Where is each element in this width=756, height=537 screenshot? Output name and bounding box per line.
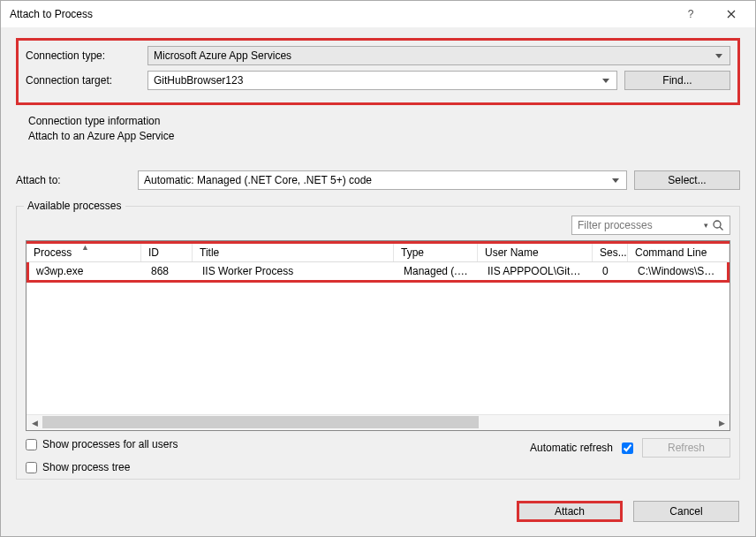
attach-to-process-dialog: Attach to Process ? Connection type: Mic… xyxy=(0,0,756,537)
filter-placeholder: Filter processes xyxy=(578,219,653,231)
table-header: Process▲ ID Title Type User Name Ses... … xyxy=(26,241,730,262)
connection-type-value: Microsoft Azure App Services xyxy=(154,49,291,62)
cell-user: IIS APPPOOL\GitHub... xyxy=(480,265,595,277)
select-button[interactable]: Select... xyxy=(634,170,740,190)
cell-id: 868 xyxy=(144,265,195,277)
scroll-left-icon[interactable]: ◀ xyxy=(26,415,42,430)
process-table: Process▲ ID Title Type User Name Ses... … xyxy=(26,240,730,431)
svg-point-0 xyxy=(714,221,721,228)
cell-title: IIS Worker Process xyxy=(195,265,397,277)
connection-target-value: GitHubBrowser123 xyxy=(154,74,243,87)
auto-refresh-checkbox[interactable] xyxy=(622,442,633,454)
available-processes-legend: Available processes xyxy=(24,200,125,212)
connection-info: Connection type information Attach to an… xyxy=(28,114,740,144)
col-user[interactable]: User Name xyxy=(478,244,593,261)
connection-highlight: Connection type: Microsoft Azure App Ser… xyxy=(16,38,740,105)
table-row[interactable]: w3wp.exe 868 IIS Worker Process Managed … xyxy=(26,262,730,283)
show-all-users-checkbox[interactable] xyxy=(26,439,37,450)
info-line1: Connection type information xyxy=(28,114,740,129)
attach-to-value: Automatic: Managed (.NET Core, .NET 5+) … xyxy=(144,174,372,186)
show-process-tree-label: Show process tree xyxy=(42,461,130,473)
attach-to-field[interactable]: Automatic: Managed (.NET Core, .NET 5+) … xyxy=(138,170,627,190)
col-title[interactable]: Title xyxy=(193,244,394,261)
connection-type-combo[interactable]: Microsoft Azure App Services xyxy=(147,46,730,65)
show-process-tree-checkbox[interactable] xyxy=(26,462,37,473)
scroll-right-icon[interactable]: ▶ xyxy=(714,415,730,430)
col-cmd[interactable]: Command Line xyxy=(628,244,730,261)
connection-type-label: Connection type: xyxy=(26,49,140,62)
horizontal-scrollbar[interactable]: ◀ ▶ xyxy=(26,414,730,430)
window-title: Attach to Process xyxy=(10,8,670,20)
attach-button[interactable]: Attach xyxy=(517,501,623,522)
connection-target-combo[interactable]: GitHubBrowser123 xyxy=(147,71,617,90)
close-button[interactable] xyxy=(711,2,752,26)
table-body: w3wp.exe 868 IIS Worker Process Managed … xyxy=(26,262,730,414)
col-id[interactable]: ID xyxy=(141,244,193,261)
auto-refresh-label: Automatic refresh xyxy=(530,442,613,454)
cell-cmd: C:\Windows\SysW xyxy=(631,265,727,277)
info-line2: Attach to an Azure App Service xyxy=(28,129,740,144)
cell-type: Managed (.N... xyxy=(397,265,480,277)
titlebar: Attach to Process ? xyxy=(1,1,755,27)
find-button[interactable]: Find... xyxy=(624,71,730,90)
sort-indicator-icon: ▲ xyxy=(81,244,89,252)
connection-target-label: Connection target: xyxy=(26,74,140,87)
col-session[interactable]: Ses... xyxy=(593,244,628,261)
available-processes-group: Available processes Filter processes ▾ P… xyxy=(16,206,740,480)
dialog-footer: Attach Cancel xyxy=(1,488,755,536)
refresh-button[interactable]: Refresh xyxy=(642,438,730,458)
help-button[interactable]: ? xyxy=(670,2,711,26)
cancel-button[interactable]: Cancel xyxy=(633,501,739,522)
col-type[interactable]: Type xyxy=(394,244,478,261)
cell-process: w3wp.exe xyxy=(29,265,144,277)
filter-processes-input[interactable]: Filter processes ▾ xyxy=(571,216,730,235)
cell-session: 0 xyxy=(595,265,631,277)
attach-to-label: Attach to: xyxy=(16,174,131,186)
search-icon xyxy=(712,219,724,231)
dialog-content: Connection type: Microsoft Azure App Ser… xyxy=(1,27,755,488)
col-process[interactable]: Process▲ xyxy=(26,244,141,261)
show-all-users-label: Show processes for all users xyxy=(42,438,178,450)
scroll-thumb[interactable] xyxy=(42,416,479,428)
